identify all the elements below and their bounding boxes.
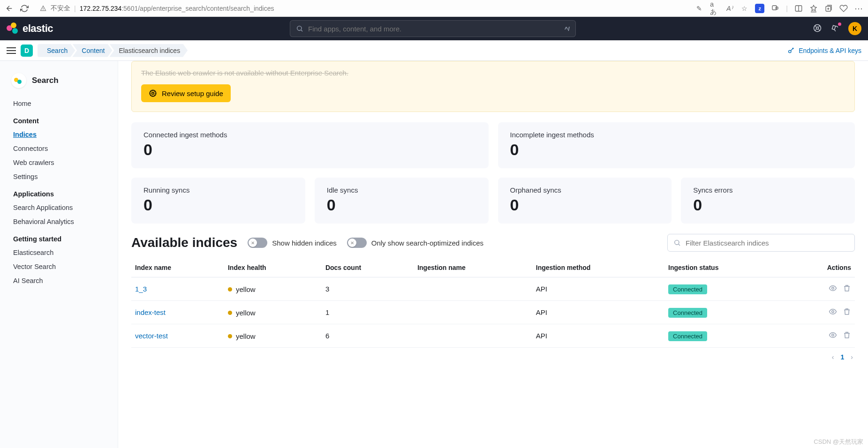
help-icon[interactable]	[813, 23, 822, 34]
th-index-name[interactable]: Index name	[131, 258, 224, 277]
th-ingestion-method[interactable]: Ingestion method	[532, 258, 664, 277]
docs-count: 6	[322, 324, 414, 348]
extensions-icon[interactable]	[771, 4, 779, 13]
svg-point-21	[832, 287, 834, 290]
th-docs-count[interactable]: Docs count	[322, 258, 414, 277]
back-button[interactable]	[5, 4, 14, 13]
sidebar-item-elasticsearch[interactable]: Elasticsearch	[0, 246, 118, 260]
view-icon[interactable]	[829, 307, 837, 317]
main-content: The Elastic web crawler is not available…	[118, 61, 868, 448]
stat-incomplete-ingest: Incomplete ingest methods 0	[498, 122, 855, 168]
search-icon	[673, 239, 681, 246]
endpoints-link[interactable]: Endpoints & API keys	[787, 47, 861, 54]
svg-point-8	[297, 26, 302, 30]
sidebar-item-indices[interactable]: Indices	[0, 127, 118, 142]
favorite-icon[interactable]: ☆	[740, 4, 748, 13]
browser-toolbar: 不安全 | 172.22.75.234:5601/app/enterprise_…	[0, 0, 868, 17]
user-avatar[interactable]: K	[848, 22, 861, 35]
menu-toggle[interactable]	[7, 47, 16, 54]
browser-right-icons: ✎ aあ A⁾ ☆ z | ⋯	[695, 3, 863, 14]
sidebar-item-settings[interactable]: Settings	[0, 170, 118, 184]
ingestion-method: API	[532, 324, 664, 348]
gear-icon	[149, 89, 157, 97]
svg-point-19	[675, 240, 679, 245]
review-setup-button[interactable]: Review setup guide	[141, 84, 231, 102]
delete-icon[interactable]	[843, 331, 851, 341]
view-icon[interactable]	[829, 284, 837, 294]
sidebar-heading-getting-started: Getting started	[0, 229, 118, 246]
toggle-hidden-indices[interactable]	[248, 238, 267, 248]
view-icon[interactable]	[829, 331, 837, 341]
index-link[interactable]: vector-test	[135, 332, 168, 340]
sidebar-heading-content: Content	[0, 111, 118, 127]
newsfeed-icon[interactable]	[830, 23, 840, 34]
stat-syncs-errors: Syncs errors 0	[681, 178, 855, 224]
health-cell: yellow	[228, 309, 256, 317]
collections-icon[interactable]	[824, 4, 833, 13]
ingestion-method: API	[532, 301, 664, 324]
sidebar: Search Home Content Indices Connectors W…	[0, 61, 118, 448]
sidebar-home[interactable]: Home	[0, 97, 118, 111]
section-title: Available indices	[131, 235, 237, 250]
pager-next[interactable]: ›	[851, 353, 853, 361]
brand-text: elastic	[23, 22, 53, 35]
extension-z-icon[interactable]: z	[755, 4, 764, 13]
refresh-button[interactable]	[20, 4, 29, 13]
sidebar-item-vector-search[interactable]: Vector Search	[0, 260, 118, 274]
svg-line-9	[301, 30, 302, 31]
global-search[interactable]: ^/	[290, 20, 576, 37]
ingestion-name	[414, 301, 532, 324]
breadcrumb-search[interactable]: Search	[38, 44, 75, 57]
toggle-search-optimized[interactable]	[347, 238, 367, 248]
space-selector[interactable]: D	[21, 45, 33, 57]
url-bar[interactable]: 不安全 | 172.22.75.234:5601/app/enterprise_…	[35, 2, 689, 15]
docs-count: 3	[322, 277, 414, 301]
edit-icon[interactable]: ✎	[695, 4, 703, 13]
filter-indices[interactable]	[667, 234, 855, 252]
th-ingestion-status[interactable]: Ingestion status	[664, 258, 788, 277]
health-icon[interactable]	[839, 4, 848, 13]
read-aloud-icon[interactable]: A⁾	[725, 4, 733, 13]
svg-point-18	[152, 92, 154, 95]
health-dot-icon	[228, 334, 232, 338]
breadcrumb-content[interactable]: Content	[72, 44, 112, 57]
th-index-health[interactable]: Index health	[224, 258, 322, 277]
svg-line-14	[815, 29, 816, 30]
split-screen-icon[interactable]	[794, 4, 803, 13]
pager-prev[interactable]: ‹	[832, 353, 834, 361]
table-row: vector-testyellow6APIConnected	[131, 324, 855, 348]
table-row: 1_3yellow3APIConnected	[131, 277, 855, 301]
insecure-icon	[39, 5, 47, 12]
breadcrumb-indices: Elasticsearch indices	[109, 44, 188, 57]
sidebar-item-search-applications[interactable]: Search Applications	[0, 201, 118, 215]
sidebar-item-behavioral-analytics[interactable]: Behavioral Analytics	[0, 215, 118, 229]
filter-input[interactable]	[686, 239, 849, 247]
app-header: elastic ^/ K	[0, 17, 868, 40]
index-link[interactable]: index-test	[135, 308, 166, 316]
translate-icon[interactable]: aあ	[710, 4, 718, 13]
health-cell: yellow	[228, 332, 256, 340]
more-menu-icon[interactable]: ⋯	[854, 3, 863, 14]
favorites-bar-icon[interactable]	[809, 4, 818, 13]
health-dot-icon	[228, 311, 232, 315]
elastic-logo[interactable]: elastic	[7, 22, 53, 35]
health-cell: yellow	[228, 285, 256, 293]
docs-count: 1	[322, 301, 414, 324]
index-link[interactable]: 1_3	[135, 285, 147, 293]
th-ingestion-name[interactable]: Ingestion name	[414, 258, 532, 277]
stat-running-syncs: Running syncs 0	[131, 178, 305, 224]
delete-icon[interactable]	[843, 284, 851, 294]
breadcrumbs: Search Content Elasticsearch indices	[38, 44, 188, 57]
sidebar-item-web-crawlers[interactable]: Web crawlers	[0, 156, 118, 170]
delete-icon[interactable]	[843, 307, 851, 317]
sidebar-title: Search	[32, 76, 59, 85]
pager-current[interactable]: 1	[841, 353, 845, 361]
sidebar-item-connectors[interactable]: Connectors	[0, 142, 118, 156]
global-search-input[interactable]	[308, 25, 560, 33]
sidebar-item-ai-search[interactable]: AI Search	[0, 274, 118, 288]
keyboard-hint: ^/	[565, 25, 570, 32]
svg-point-11	[816, 27, 819, 29]
stat-orphaned-syncs: Orphaned syncs 0	[498, 178, 672, 224]
svg-line-13	[819, 29, 820, 30]
status-badge: Connected	[668, 331, 707, 341]
